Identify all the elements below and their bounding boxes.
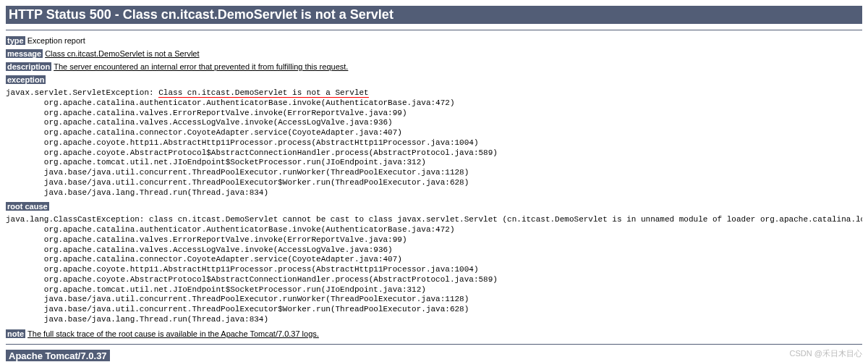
description-value: The server encountered an internal error… xyxy=(54,62,348,71)
message-label: message xyxy=(6,49,43,58)
exception-label: exception xyxy=(6,75,46,84)
watermark: CSDN @禾日木目心 xyxy=(790,348,862,359)
exception-highlight: Class cn.itcast.DemoServlet is not a Ser… xyxy=(158,88,368,98)
divider xyxy=(6,344,862,345)
note-row: note The full stack trace of the root ca… xyxy=(6,329,862,338)
exception-first-line: javax.servlet.ServletException: xyxy=(6,88,158,97)
note-value: The full stack trace of the root cause i… xyxy=(27,329,319,338)
message-value: Class cn.itcast.DemoServlet is not a Ser… xyxy=(45,49,199,58)
exception-trace: org.apache.catalina.authenticator.Authen… xyxy=(6,98,498,197)
description-label: description xyxy=(6,62,51,71)
exception-stack: javax.servlet.ServletException: Class cn… xyxy=(6,88,862,198)
root-cause-label: root cause xyxy=(6,202,49,211)
type-value: Exception report xyxy=(27,36,85,45)
exception-row: exception xyxy=(6,75,862,84)
type-row: type Exception report xyxy=(6,36,862,45)
note-label: note xyxy=(6,329,25,338)
divider xyxy=(6,30,862,30)
page-title: HTTP Status 500 - Class cn.itcast.DemoSe… xyxy=(6,6,862,24)
message-row: message Class cn.itcast.DemoServlet is n… xyxy=(6,49,862,58)
root-cause-row: root cause xyxy=(6,202,862,211)
root-cause-stack: java.lang.ClassCastException: class cn.i… xyxy=(6,215,862,324)
footer-server: Apache Tomcat/7.0.37 xyxy=(6,350,110,361)
description-row: description The server encountered an in… xyxy=(6,62,862,71)
type-label: type xyxy=(6,36,25,45)
